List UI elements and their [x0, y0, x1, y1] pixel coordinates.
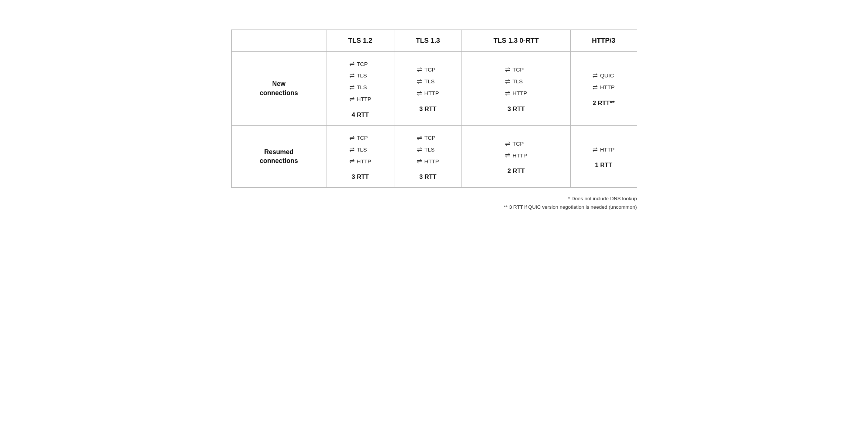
rtt-value: 3 RTT: [400, 173, 457, 181]
row-label-0: Newconnections: [231, 52, 326, 126]
step-label: TLS: [424, 76, 435, 87]
table-row: Resumedconnections⇌TCP⇌TLS⇌HTTP3 RTT⇌TCP…: [231, 125, 637, 188]
step-item: ⇌HTTP: [592, 144, 615, 156]
steps-list: ⇌HTTP: [592, 144, 615, 156]
steps-list: ⇌TCP⇌TLS⇌HTTP: [417, 132, 439, 168]
transfer-arrows-icon: ⇌: [592, 144, 598, 156]
transfer-arrows-icon: ⇌: [505, 138, 510, 150]
transfer-arrows-icon: ⇌: [417, 144, 422, 156]
step-label: TCP: [357, 59, 368, 70]
footnote-0: * Does not include DNS lookup: [231, 194, 637, 203]
cell-r0-c0: ⇌TCP⇌TLS⇌TLS⇌HTTP4 RTT: [326, 52, 394, 126]
transfer-arrows-icon: ⇌: [349, 58, 355, 70]
transfer-arrows-icon: ⇌: [349, 156, 355, 167]
step-label: TLS: [512, 76, 523, 87]
comparison-table: TLS 1.2TLS 1.3TLS 1.3 0-RTTHTTP/3 Newcon…: [231, 29, 637, 188]
cell-r1-c0: ⇌TCP⇌TLS⇌HTTP3 RTT: [326, 125, 394, 188]
step-label: HTTP: [600, 145, 615, 155]
step-label: TCP: [424, 65, 435, 75]
step-item: ⇌QUIC: [592, 70, 615, 82]
step-item: ⇌HTTP: [349, 94, 371, 105]
table-row: Newconnections⇌TCP⇌TLS⇌TLS⇌HTTP4 RTT⇌TCP…: [231, 52, 637, 126]
steps-list: ⇌TCP⇌TLS⇌TLS⇌HTTP: [349, 58, 371, 105]
transfer-arrows-icon: ⇌: [417, 156, 422, 167]
step-label: TCP: [424, 133, 435, 143]
cell-r0-c3: ⇌QUIC⇌HTTP2 RTT**: [570, 52, 637, 126]
step-item: ⇌TCP: [417, 64, 439, 76]
step-label: TCP: [357, 133, 368, 143]
transfer-arrows-icon: ⇌: [349, 132, 355, 144]
header-empty: [231, 30, 326, 52]
transfer-arrows-icon: ⇌: [592, 70, 598, 82]
steps-list: ⇌TCP⇌TLS⇌HTTP: [417, 64, 439, 100]
rtt-value: 2 RTT**: [576, 100, 632, 107]
table-header-row: TLS 1.2TLS 1.3TLS 1.3 0-RTTHTTP/3: [231, 30, 637, 52]
cell-r0-c2: ⇌TCP⇌TLS⇌HTTP3 RTT: [462, 52, 571, 126]
cell-r1-c2: ⇌TCP⇌HTTP2 RTT: [462, 125, 571, 188]
rtt-value: 3 RTT: [332, 173, 389, 181]
table-body: Newconnections⇌TCP⇌TLS⇌TLS⇌HTTP4 RTT⇌TCP…: [231, 52, 637, 188]
transfer-arrows-icon: ⇌: [505, 150, 510, 162]
cell-r0-c1: ⇌TCP⇌TLS⇌HTTP3 RTT: [394, 52, 462, 126]
row-label-1: Resumedconnections: [231, 125, 326, 188]
transfer-arrows-icon: ⇌: [349, 94, 355, 105]
rtt-value: 3 RTT: [467, 105, 565, 113]
transfer-arrows-icon: ⇌: [505, 64, 510, 76]
step-item: ⇌TCP: [349, 132, 371, 144]
transfer-arrows-icon: ⇌: [417, 64, 422, 76]
step-item: ⇌HTTP: [417, 88, 439, 100]
steps-list: ⇌QUIC⇌HTTP: [592, 70, 615, 94]
step-item: ⇌TLS: [417, 76, 439, 88]
step-item: ⇌HTTP: [349, 156, 371, 167]
step-label: HTTP: [512, 88, 527, 99]
step-label: QUIC: [600, 70, 614, 81]
steps-list: ⇌TCP⇌TLS⇌HTTP: [349, 132, 371, 168]
step-label: TLS: [357, 70, 367, 81]
step-label: HTTP: [357, 156, 371, 167]
transfer-arrows-icon: ⇌: [349, 144, 355, 156]
step-item: ⇌TLS: [349, 82, 371, 94]
col-header-http-3: HTTP/3: [570, 30, 637, 52]
step-label: HTTP: [357, 94, 371, 105]
step-item: ⇌TLS: [505, 76, 527, 88]
col-header-tls-1-3: TLS 1.3: [394, 30, 462, 52]
step-item: ⇌HTTP: [417, 156, 439, 167]
step-label: TCP: [512, 139, 523, 149]
cell-r1-c3: ⇌HTTP1 RTT: [570, 125, 637, 188]
transfer-arrows-icon: ⇌: [592, 82, 598, 94]
footnotes: * Does not include DNS lookup** 3 RTT if…: [231, 194, 637, 211]
step-label: HTTP: [512, 150, 527, 161]
rtt-value: 4 RTT: [332, 111, 389, 119]
col-header-tls-1-3-0-rtt: TLS 1.3 0-RTT: [462, 30, 571, 52]
transfer-arrows-icon: ⇌: [349, 70, 355, 82]
step-label: TCP: [512, 65, 523, 75]
transfer-arrows-icon: ⇌: [417, 76, 422, 88]
step-item: ⇌TLS: [417, 144, 439, 156]
rtt-value: 3 RTT: [400, 105, 457, 113]
step-label: HTTP: [424, 156, 439, 167]
step-label: TLS: [357, 82, 367, 93]
step-label: TLS: [424, 145, 435, 155]
rtt-value: 1 RTT: [576, 162, 632, 169]
step-item: ⇌HTTP: [505, 150, 527, 162]
cell-r1-c1: ⇌TCP⇌TLS⇌HTTP3 RTT: [394, 125, 462, 188]
step-item: ⇌TCP: [505, 64, 527, 76]
rtt-value: 2 RTT: [467, 167, 565, 175]
transfer-arrows-icon: ⇌: [417, 88, 422, 100]
step-item: ⇌TLS: [349, 144, 371, 156]
step-item: ⇌TLS: [349, 70, 371, 82]
footnote-1: ** 3 RTT if QUIC version negotiation is …: [231, 203, 637, 211]
step-item: ⇌HTTP: [592, 82, 615, 94]
transfer-arrows-icon: ⇌: [505, 88, 510, 100]
step-item: ⇌TCP: [349, 58, 371, 70]
step-label: HTTP: [600, 82, 615, 93]
steps-list: ⇌TCP⇌HTTP: [505, 138, 527, 162]
step-label: HTTP: [424, 88, 439, 99]
step-label: TLS: [357, 145, 367, 155]
transfer-arrows-icon: ⇌: [417, 132, 422, 144]
col-header-tls-1-2: TLS 1.2: [326, 30, 394, 52]
transfer-arrows-icon: ⇌: [505, 76, 510, 88]
step-item: ⇌TCP: [417, 132, 439, 144]
steps-list: ⇌TCP⇌TLS⇌HTTP: [505, 64, 527, 100]
transfer-arrows-icon: ⇌: [349, 82, 355, 94]
